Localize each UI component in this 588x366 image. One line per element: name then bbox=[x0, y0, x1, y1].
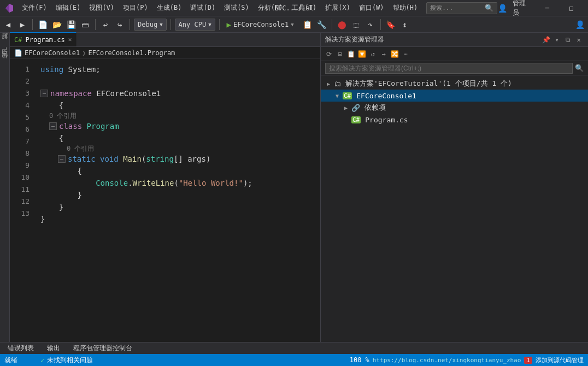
sidebar-item-solve[interactable]: 解 bbox=[1, 43, 9, 45]
line-num-4: 4 bbox=[10, 99, 30, 111]
se-search-input[interactable] bbox=[325, 63, 573, 74]
output-tab[interactable]: 输出 bbox=[44, 343, 63, 355]
breadcrumb-project[interactable]: EFCoreConsole1 bbox=[25, 49, 80, 57]
menu-debug[interactable]: 调试(D) bbox=[186, 1, 220, 15]
save-all-btn[interactable]: 🗃 bbox=[79, 19, 91, 31]
se-item-program-cs[interactable]: C# Program.cs bbox=[321, 114, 588, 126]
settings-btn[interactable]: 📋 bbox=[302, 19, 314, 31]
forward-btn[interactable]: ▶ bbox=[16, 19, 28, 31]
se-title-bar: 解决方案资源管理器 📌 ▾ ⧉ ✕ bbox=[321, 33, 588, 47]
nav-btn[interactable]: ↕ bbox=[399, 19, 411, 31]
save-btn[interactable]: 💾 bbox=[65, 19, 77, 31]
collapse-namespace-btn[interactable]: — bbox=[40, 90, 48, 97]
se-program-cs-label: Program.cs bbox=[365, 116, 408, 124]
sep5 bbox=[219, 19, 220, 30]
redo-btn[interactable]: ↪ bbox=[114, 19, 126, 31]
sidebar-item-active[interactable]: 活 bbox=[1, 35, 9, 37]
sep4 bbox=[170, 19, 171, 30]
menu-file[interactable]: 文件(F) bbox=[17, 1, 51, 15]
token-namespace: namespace bbox=[50, 87, 92, 99]
menu-test[interactable]: 测试(S) bbox=[220, 1, 254, 15]
tab-close-button[interactable]: ✕ bbox=[68, 36, 72, 43]
menu-help[interactable]: 帮助(H) bbox=[389, 1, 422, 15]
svg-marker-1 bbox=[9, 4, 13, 13]
se-title: 解决方案资源管理器 bbox=[325, 35, 538, 44]
back-btn[interactable]: ◀ bbox=[2, 19, 14, 31]
se-item-deps[interactable]: ▶ 🔗 依赖项 bbox=[321, 102, 588, 114]
token-paren1: ( bbox=[142, 153, 146, 165]
close-button[interactable]: ✕ bbox=[585, 0, 588, 16]
se-dropdown-btn[interactable]: ▾ bbox=[552, 35, 562, 45]
sidebar-item-func[interactable]: 功 bbox=[1, 60, 9, 62]
se-nav-btn[interactable]: → bbox=[379, 49, 389, 59]
platform-dropdown[interactable]: Any CPU ▼ bbox=[175, 19, 215, 31]
debug-config-dropdown[interactable]: Debug ▼ bbox=[134, 19, 167, 31]
undo-btn[interactable]: ↩ bbox=[99, 19, 111, 31]
menu-bar: 文件(F) 编辑(E) 视图(V) 项目(P) 生成(B) 调试(D) 测试(S… bbox=[17, 1, 497, 15]
minimize-button[interactable]: ─ bbox=[536, 0, 558, 16]
collapse-main-btn[interactable]: — bbox=[58, 155, 66, 163]
token-brace-open: { bbox=[40, 99, 63, 111]
se-item-solution[interactable]: ▶ 🗂 解决方案'EFCoreTutorial'(1 个项目/共 1 个) bbox=[321, 78, 588, 90]
package-console-tab[interactable]: 程序包管理器控制台 bbox=[70, 343, 136, 355]
se-close-btn[interactable]: ✕ bbox=[574, 35, 584, 45]
step-btn[interactable]: ⬚ bbox=[350, 19, 362, 31]
breadcrumb-class[interactable]: EFCoreConsole1.Program bbox=[88, 49, 175, 57]
main-layout: 活 编 错 解 SQL 功 错 C# Program.cs ✕ 📄 EFCore… bbox=[0, 33, 588, 342]
se-search-bar: 🔍 bbox=[321, 61, 588, 75]
se-sync-btn[interactable]: ⟳ bbox=[324, 49, 334, 59]
step-over-btn[interactable]: ↷ bbox=[364, 19, 377, 31]
code-content[interactable]: using System; — namespace EFCoreConsole1… bbox=[36, 59, 320, 342]
title-search[interactable]: 搜索... 🔍 bbox=[426, 2, 497, 14]
tab-program-cs[interactable]: C# Program.cs ✕ bbox=[10, 32, 77, 46]
error-list-tab[interactable]: 错误列表 bbox=[4, 343, 37, 355]
menu-build[interactable]: 生成(B) bbox=[152, 1, 186, 15]
menu-extensions[interactable]: 扩展(X) bbox=[321, 1, 355, 15]
line-num-5: 5 bbox=[10, 111, 30, 123]
se-float-btn[interactable]: ⧉ bbox=[563, 35, 573, 45]
attach-btn[interactable]: 🔧 bbox=[316, 19, 328, 31]
se-filter-btn[interactable]: 🔽 bbox=[357, 49, 367, 59]
line-num-12: 12 bbox=[10, 196, 30, 208]
sidebar-item-edit[interactable]: 编 bbox=[1, 38, 9, 40]
menu-view[interactable]: 视图(V) bbox=[85, 1, 119, 15]
se-git-btn[interactable]: 🔀 bbox=[390, 49, 399, 59]
breakpoint-btn[interactable]: ⬤ bbox=[336, 19, 348, 31]
title-bar: 文件(F) 编辑(E) 视图(V) 项目(P) 生成(B) 调试(D) 测试(S… bbox=[0, 0, 588, 16]
token-space2 bbox=[82, 120, 86, 132]
se-search-icon[interactable]: 🔍 bbox=[575, 64, 584, 72]
sidebar-item-error[interactable]: 错 bbox=[1, 40, 9, 43]
left-sidebar: 活 编 错 解 SQL 功 错 bbox=[0, 33, 10, 342]
bookmark-btn[interactable]: 🔖 bbox=[385, 19, 397, 31]
new-file-btn[interactable]: 📄 bbox=[37, 19, 49, 31]
menu-window[interactable]: 窗口(W) bbox=[355, 1, 389, 15]
collapse-class-btn[interactable]: — bbox=[49, 122, 57, 130]
sidebar-item-sql[interactable]: SQL bbox=[1, 46, 9, 59]
se-item-project[interactable]: ▼ C# EFCoreConsole1 bbox=[321, 90, 588, 102]
menu-edit[interactable]: 编辑(E) bbox=[51, 1, 85, 15]
menu-project[interactable]: 项目(P) bbox=[119, 1, 152, 15]
user-icon[interactable]: 👤 bbox=[574, 19, 586, 31]
se-more-btn[interactable]: ⋯ bbox=[401, 49, 410, 59]
se-refresh-btn[interactable]: ↺ bbox=[368, 49, 378, 59]
se-collapse-btn[interactable]: ⊟ bbox=[335, 49, 345, 59]
no-problem-label: 未找到相关问题 bbox=[47, 356, 93, 365]
se-pin-btn[interactable]: 📌 bbox=[541, 35, 551, 45]
status-zoom: 100 % bbox=[350, 356, 369, 364]
token-space1: System; bbox=[63, 63, 100, 75]
run-button[interactable]: ▶ EFCoreConsole1 ▼ bbox=[224, 19, 297, 30]
error-bar: 错误列表 输出 程序包管理器控制台 bbox=[0, 342, 588, 354]
cs-file-icon: C# bbox=[351, 116, 361, 123]
maximize-button[interactable]: □ bbox=[561, 0, 583, 16]
se-props-btn[interactable]: 📋 bbox=[346, 49, 356, 59]
right-toolbar: 👤 bbox=[574, 19, 586, 31]
token-ns-name: EFCoreConsole1 bbox=[92, 87, 161, 99]
toolbar-extra-icon: 👤 bbox=[497, 2, 508, 14]
sidebar-item-err2[interactable]: 错 bbox=[1, 62, 9, 64]
line-num-7: 7 bbox=[10, 135, 30, 147]
project-expand-icon: ▼ bbox=[334, 92, 340, 99]
solution-explorer: 解决方案资源管理器 📌 ▾ ⧉ ✕ ⟳ ⊟ 📋 🔽 ↺ → 🔀 ⋯ bbox=[320, 33, 588, 342]
open-btn[interactable]: 📂 bbox=[51, 19, 63, 31]
project-icon: C# bbox=[343, 92, 352, 99]
breadcrumb-sep: ❯ bbox=[82, 49, 86, 57]
